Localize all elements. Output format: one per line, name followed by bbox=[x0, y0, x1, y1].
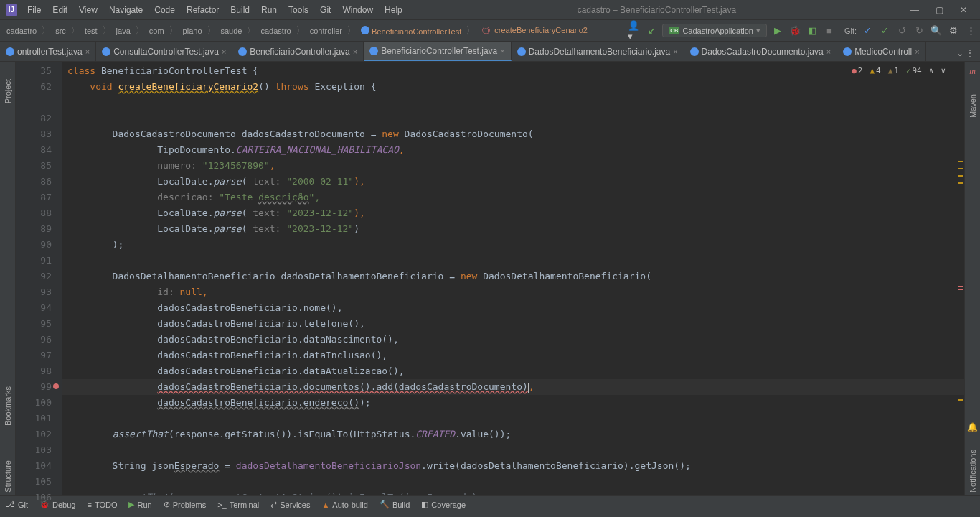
line-number[interactable]: 100 bbox=[16, 395, 52, 411]
code-editor[interactable]: 3562828384858687888990919293949596979899… bbox=[16, 62, 964, 495]
git-rollback-icon[interactable]: ↻ bbox=[913, 24, 925, 37]
menu-help[interactable]: Help bbox=[380, 2, 407, 18]
tool-terminal[interactable]: >_ Terminal bbox=[217, 500, 259, 509]
code-line[interactable]: dadosCadastroBeneficiario.telefone(), bbox=[62, 316, 964, 332]
line-number[interactable]: 106 bbox=[16, 490, 52, 506]
code-line[interactable] bbox=[62, 474, 964, 490]
debug-icon[interactable]: 🐞 bbox=[788, 24, 801, 37]
code-line[interactable]: dadosCadastroBeneficiario.dataNascimento… bbox=[62, 332, 964, 348]
menu-window[interactable]: Window bbox=[338, 2, 377, 18]
tool-auto-build[interactable]: ▲ Auto-build bbox=[321, 500, 367, 509]
line-number[interactable]: 88 bbox=[16, 205, 52, 221]
close-tab-icon[interactable]: × bbox=[353, 47, 357, 56]
code-line[interactable]: dadosCadastroBeneficiario.dataAtualizaca… bbox=[62, 363, 964, 379]
breadcrumb-item[interactable]: cadastro bbox=[4, 27, 39, 35]
tool-coverage[interactable]: ◧ Coverage bbox=[421, 500, 466, 509]
code-line[interactable]: descricao: "Teste descrição", bbox=[62, 190, 964, 205]
editor-tab[interactable]: BeneficiarioController.java× bbox=[232, 42, 364, 61]
menu-view[interactable]: View bbox=[75, 2, 102, 18]
close-icon[interactable]: ✕ bbox=[956, 5, 971, 15]
breadcrumb-item[interactable]: controller bbox=[308, 27, 344, 35]
tool-project[interactable]: Project bbox=[4, 76, 12, 106]
breadcrumb-item[interactable]: com bbox=[147, 27, 166, 35]
code-line[interactable] bbox=[62, 411, 964, 427]
line-number[interactable]: 92 bbox=[16, 269, 52, 284]
code-line[interactable]: DadosDetalhamentoBeneficiario dadosDetal… bbox=[62, 269, 964, 284]
line-number[interactable]: 97 bbox=[16, 348, 52, 363]
close-tab-icon[interactable]: × bbox=[85, 47, 90, 56]
line-number[interactable]: 87 bbox=[16, 190, 52, 205]
editor-tab[interactable]: ontrollerTest.java× bbox=[0, 42, 96, 61]
editor-tab[interactable]: BeneficiarioControllerTest.java× bbox=[364, 42, 512, 61]
code-line[interactable] bbox=[62, 442, 964, 458]
menu-edit[interactable]: Edit bbox=[48, 2, 72, 18]
tool-problems[interactable]: ⊘ Problems bbox=[164, 500, 206, 509]
editor-tab[interactable]: ConsultaControllerTest.java× bbox=[96, 42, 232, 61]
editor-tab[interactable]: DadosDetalhamentoBeneficiario.java× bbox=[512, 42, 684, 61]
code-line[interactable]: dadosCadastroBeneficiario.documentos().a… bbox=[62, 379, 964, 395]
maven-icon[interactable]: m bbox=[969, 66, 976, 77]
minimize-icon[interactable]: — bbox=[907, 5, 923, 15]
code-line[interactable]: LocalDate.parse( text: "2023-12-12") bbox=[62, 221, 964, 237]
more-icon[interactable]: ⋮ bbox=[964, 24, 977, 37]
code-line[interactable]: id: null, bbox=[62, 284, 964, 300]
breadcrumb-item[interactable]: plano bbox=[181, 27, 204, 35]
code-line[interactable]: ); bbox=[62, 237, 964, 253]
menu-run[interactable]: Run bbox=[257, 2, 281, 18]
breadcrumb-item[interactable]: cadastro bbox=[258, 27, 293, 35]
tool-todo[interactable]: ≡ TODO bbox=[87, 500, 117, 509]
tool-services[interactable]: ⇄ Services bbox=[270, 500, 310, 509]
menu-code[interactable]: Code bbox=[150, 2, 179, 18]
menu-build[interactable]: Build bbox=[226, 2, 254, 18]
code-line[interactable] bbox=[62, 111, 964, 126]
editor-tab[interactable]: MedicoControll× bbox=[837, 42, 925, 61]
code-line[interactable]: assertThat(response.getContentAsString()… bbox=[62, 490, 964, 495]
line-number[interactable]: 89 bbox=[16, 221, 52, 237]
editor-tab[interactable]: DadosCadastroDocumento.java× bbox=[684, 42, 838, 61]
line-number[interactable] bbox=[16, 95, 52, 111]
breadcrumb-item[interactable]: saude bbox=[219, 27, 245, 35]
error-stripe[interactable] bbox=[957, 62, 964, 495]
menu-refactor[interactable]: Refactor bbox=[182, 2, 223, 18]
tool-run[interactable]: ▶ Run bbox=[128, 500, 151, 509]
line-number[interactable]: 99 bbox=[16, 379, 52, 395]
line-number[interactable]: 104 bbox=[16, 458, 52, 474]
git-push-icon[interactable]: ✓ bbox=[878, 24, 891, 37]
line-number[interactable]: 82 bbox=[16, 111, 52, 126]
line-gutter[interactable]: 3562828384858687888990919293949596979899… bbox=[16, 62, 62, 495]
tabs-dropdown-icon[interactable]: ⌄ ⋮ bbox=[951, 45, 980, 61]
line-number[interactable]: 86 bbox=[16, 174, 52, 190]
tool-bookmarks[interactable]: Bookmarks bbox=[4, 383, 12, 429]
line-number[interactable]: 85 bbox=[16, 158, 52, 174]
prev-highlight-icon[interactable]: ∧ bbox=[929, 66, 934, 75]
line-number[interactable]: 35 bbox=[16, 63, 52, 79]
tool-notifications[interactable]: Notifications bbox=[969, 447, 977, 495]
tool-build[interactable]: 🔨 Build bbox=[380, 500, 410, 509]
breadcrumb-item[interactable]: ⓜ createBeneficiaryCenario2 bbox=[478, 25, 590, 36]
settings-icon[interactable]: ⚙ bbox=[947, 24, 960, 37]
close-tab-icon[interactable]: × bbox=[673, 47, 677, 56]
run-config-selector[interactable]: CadastroApplication▾ bbox=[662, 24, 767, 37]
line-number[interactable]: 62 bbox=[16, 79, 52, 95]
code-line[interactable]: LocalDate.parse( text: "2023-12-12"), bbox=[62, 205, 964, 221]
code-line[interactable] bbox=[62, 95, 964, 111]
close-tab-icon[interactable]: × bbox=[915, 47, 919, 56]
code-area[interactable]: class BeneficiarioControllerTest { void … bbox=[62, 62, 964, 495]
code-line[interactable]: DadosCadastroDocumento dadosCadastroDocu… bbox=[62, 126, 964, 142]
code-line[interactable]: class BeneficiarioControllerTest { bbox=[62, 63, 964, 79]
inspection-widget[interactable]: ●2 ▲4 ▲1 ✓94 ∧ ∨ bbox=[852, 66, 946, 75]
line-number[interactable]: 105 bbox=[16, 474, 52, 490]
line-number[interactable]: 94 bbox=[16, 300, 52, 316]
code-line[interactable]: String jsonEsperado = dadosDetalhamentoB… bbox=[62, 458, 964, 474]
vcs-update-icon[interactable]: ↙ bbox=[645, 24, 658, 37]
line-number[interactable]: 93 bbox=[16, 284, 52, 300]
close-tab-icon[interactable]: × bbox=[826, 47, 831, 56]
maximize-icon[interactable]: ▢ bbox=[931, 5, 947, 15]
git-history-icon[interactable]: ↺ bbox=[895, 24, 908, 37]
line-number[interactable]: 83 bbox=[16, 126, 52, 142]
menu-git[interactable]: Git bbox=[316, 2, 335, 18]
line-number[interactable]: 103 bbox=[16, 442, 52, 458]
search-icon[interactable]: 🔍 bbox=[930, 24, 943, 37]
tool-maven[interactable]: Maven bbox=[969, 91, 977, 121]
line-number[interactable]: 96 bbox=[16, 332, 52, 348]
